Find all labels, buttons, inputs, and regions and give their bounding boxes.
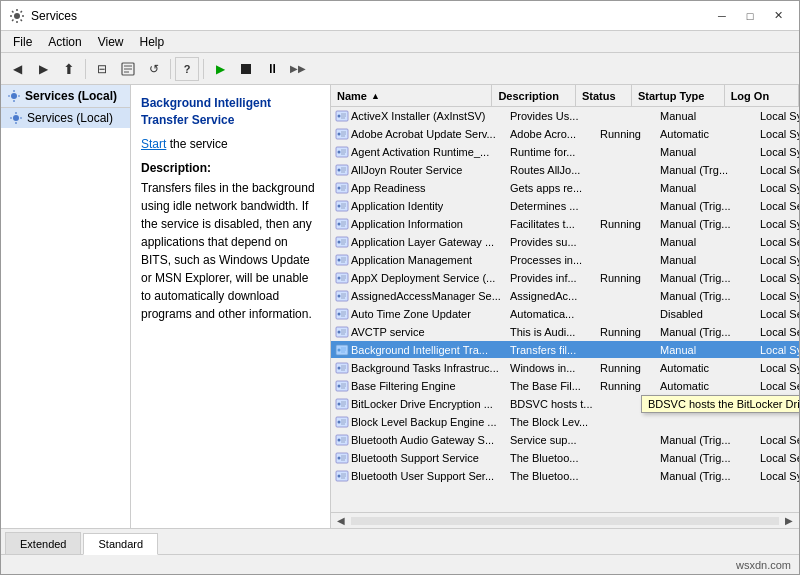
refresh-button[interactable]: ↺	[142, 57, 166, 81]
status-bar: wsxdn.com	[1, 554, 799, 574]
table-row[interactable]: Bluetooth Support ServiceThe Bluetoo...M…	[331, 449, 799, 467]
table-row[interactable]: AppX Deployment Service (...Provides inf…	[331, 269, 799, 287]
cell-status: Running	[596, 377, 656, 394]
pause-service-button[interactable]: ⏸	[260, 57, 284, 81]
close-button[interactable]: ✕	[765, 6, 791, 26]
cell-logon: Local Sy...	[756, 215, 799, 232]
table-row[interactable]: Adobe Acrobat Update Serv...Adobe Acro..…	[331, 125, 799, 143]
table-scroll-inner: ActiveX Installer (AxInstSV)Provides Us.…	[331, 107, 799, 485]
hscroll-track[interactable]	[351, 517, 779, 525]
service-row-icon	[335, 361, 349, 375]
toolbar-separator-2	[170, 59, 171, 79]
services-table-body[interactable]: ActiveX Installer (AxInstSV)Provides Us.…	[331, 107, 799, 512]
back-button[interactable]: ◀	[5, 57, 29, 81]
service-row-icon	[335, 109, 349, 123]
cell-desc: The Block Lev...	[506, 413, 596, 430]
table-row[interactable]: Bluetooth User Support Ser...The Bluetoo…	[331, 467, 799, 485]
tab-standard[interactable]: Standard	[83, 533, 158, 555]
cell-name: Application Management	[331, 251, 506, 268]
cell-name: App Readiness	[331, 179, 506, 196]
cell-name: Agent Activation Runtime_...	[331, 143, 506, 160]
cell-name: ActiveX Installer (AxInstSV)	[331, 107, 506, 124]
cell-startup: Manual	[656, 341, 756, 358]
table-row[interactable]: Agent Activation Runtime_...Runtime for.…	[331, 143, 799, 161]
cell-startup: Manual	[656, 251, 756, 268]
detail-service-name: Background Intelligent Transfer Service	[141, 95, 320, 129]
table-row[interactable]: Application InformationFacilitates t...R…	[331, 215, 799, 233]
svg-point-94	[338, 420, 341, 423]
table-row[interactable]: Auto Time Zone UpdaterAutomatica...Disab…	[331, 305, 799, 323]
resume-service-button[interactable]: ▶▶	[286, 57, 310, 81]
services-table-area: Name ▲ Description Status Startup Type L…	[331, 85, 799, 528]
svg-point-64	[338, 312, 341, 315]
cell-status: Running	[596, 125, 656, 142]
cell-status	[596, 179, 656, 196]
cell-desc: This is Audi...	[506, 323, 596, 340]
table-row[interactable]: Application ManagementProcesses in...Man…	[331, 251, 799, 269]
help-button[interactable]: ?	[175, 57, 199, 81]
toolbar-separator-1	[85, 59, 86, 79]
forward-button[interactable]: ▶	[31, 57, 55, 81]
svg-point-69	[338, 330, 341, 333]
col-header-name[interactable]: Name ▲	[331, 85, 492, 106]
table-row[interactable]: AVCTP serviceThis is Audi...RunningManua…	[331, 323, 799, 341]
cell-status	[596, 413, 656, 430]
col-header-startup[interactable]: Startup Type	[632, 85, 725, 106]
menu-file[interactable]: File	[5, 33, 40, 51]
table-row[interactable]: Background Intelligent Tra...Transfers f…	[331, 341, 799, 359]
cell-desc: The Base Fil...	[506, 377, 596, 394]
detail-description: Transfers files in the background using …	[141, 179, 320, 323]
hscroll-right[interactable]: ▶	[781, 515, 797, 526]
table-row[interactable]: BitLocker Drive Encryption ...BDSVC host…	[331, 395, 799, 413]
nav-services-local[interactable]: Services (Local)	[1, 108, 130, 128]
hscroll-left[interactable]: ◀	[333, 515, 349, 526]
maximize-button[interactable]: □	[737, 6, 763, 26]
svg-point-49	[338, 258, 341, 261]
table-row[interactable]: AllJoyn Router ServiceRoutes AllJo...Man…	[331, 161, 799, 179]
cell-status: Running	[596, 269, 656, 286]
properties-button[interactable]	[116, 57, 140, 81]
cell-name: Bluetooth Audio Gateway S...	[331, 431, 506, 448]
menu-help[interactable]: Help	[132, 33, 173, 51]
cell-name: Base Filtering Engine	[331, 377, 506, 394]
service-row-icon	[335, 433, 349, 447]
services-icon	[9, 8, 25, 24]
table-row[interactable]: Application Layer Gateway ...Provides su…	[331, 233, 799, 251]
services-local-icon	[9, 111, 23, 125]
table-row[interactable]: Bluetooth Audio Gateway S...Service sup.…	[331, 431, 799, 449]
cell-name: Auto Time Zone Updater	[331, 305, 506, 322]
menu-action[interactable]: Action	[40, 33, 89, 51]
table-row[interactable]: Application IdentityDetermines ...Manual…	[331, 197, 799, 215]
svg-point-24	[338, 168, 341, 171]
start-service-button[interactable]: ▶	[208, 57, 232, 81]
svg-point-19	[338, 150, 341, 153]
table-row[interactable]: ActiveX Installer (AxInstSV)Provides Us.…	[331, 107, 799, 125]
svg-point-99	[338, 438, 341, 441]
col-header-status[interactable]: Status	[576, 85, 632, 106]
cell-status	[596, 341, 656, 358]
cell-name: Block Level Backup Engine ...	[331, 413, 506, 430]
svg-point-89	[338, 402, 341, 405]
table-row[interactable]: Background Tasks Infrastruc...Windows in…	[331, 359, 799, 377]
col-header-logon[interactable]: Log On	[725, 85, 799, 106]
table-row[interactable]: Base Filtering EngineThe Base Fil...Runn…	[331, 377, 799, 395]
tab-extended[interactable]: Extended	[5, 532, 81, 554]
showhide-button[interactable]: ⊟	[90, 57, 114, 81]
col-header-desc[interactable]: Description	[492, 85, 576, 106]
up-button[interactable]: ⬆	[57, 57, 81, 81]
bottom-tabs: Extended Standard	[1, 528, 799, 554]
hscroll-bar: ◀ ▶	[331, 512, 799, 528]
cell-startup: Manual (Trig...	[656, 431, 756, 448]
table-row[interactable]: AssignedAccessManager Se...AssignedAc...…	[331, 287, 799, 305]
cell-desc: Gets apps re...	[506, 179, 596, 196]
stop-service-button[interactable]	[234, 57, 258, 81]
table-row[interactable]: App ReadinessGets apps re...ManualLocal …	[331, 179, 799, 197]
table-row[interactable]: Block Level Backup Engine ...The Block L…	[331, 413, 799, 431]
start-link[interactable]: Start	[141, 137, 166, 151]
svg-point-44	[338, 240, 341, 243]
minimize-button[interactable]: ─	[709, 6, 735, 26]
cell-name: Application Layer Gateway ...	[331, 233, 506, 250]
toolbar: ◀ ▶ ⬆ ⊟ ↺ ? ▶ ⏸ ▶▶	[1, 53, 799, 85]
services-nav-icon	[7, 89, 21, 103]
menu-view[interactable]: View	[90, 33, 132, 51]
